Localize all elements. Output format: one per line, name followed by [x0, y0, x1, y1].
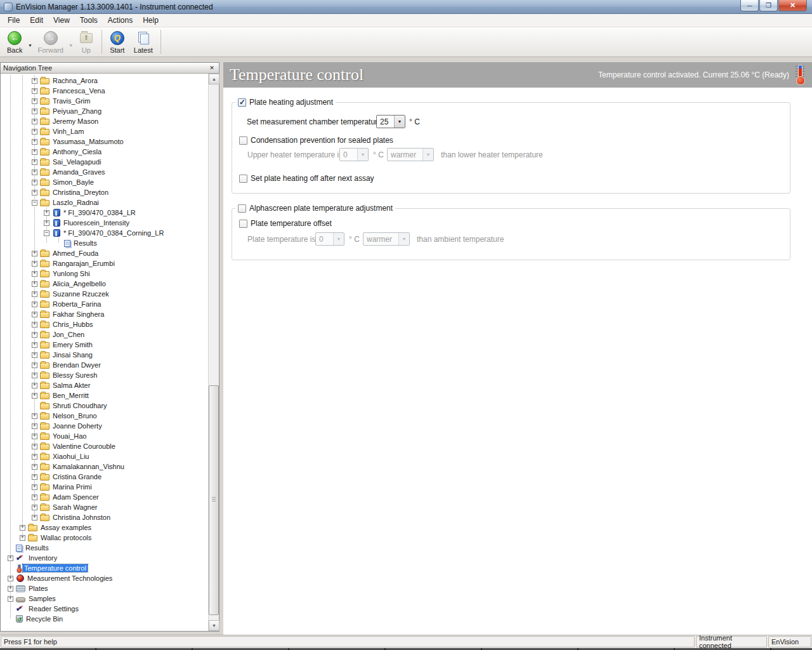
expand-toggle-icon[interactable] — [32, 109, 37, 114]
expand-toggle-icon[interactable] — [32, 159, 37, 165]
tree-item-travis-grim[interactable]: Travis_Grim — [1, 96, 208, 106]
tree-item-sai-velagapudi[interactable]: Sai_Velagapudi — [1, 157, 208, 167]
tree-item-rachna-arora[interactable]: Rachna_Arora — [1, 76, 208, 86]
expand-toggle-icon[interactable] — [32, 332, 37, 338]
tree-item-xiaohui-liu[interactable]: Xiaohui_Liu — [1, 451, 208, 461]
tree-item-wallac-protocols[interactable]: Wallac protocols — [1, 533, 208, 543]
tree-item-adam-spencer[interactable]: Adam Spencer — [1, 492, 208, 502]
tree-item-reader-settings[interactable]: Reader Settings — [1, 604, 208, 614]
expand-toggle-icon[interactable] — [32, 373, 37, 378]
close-button[interactable] — [778, 0, 807, 11]
expand-toggle-icon[interactable] — [8, 596, 13, 602]
minimize-button[interactable] — [740, 0, 759, 11]
menu-item-actions[interactable]: Actions — [103, 15, 138, 26]
plate-temperature-offset-checkbox[interactable] — [239, 220, 247, 228]
tree-item-yunlong-shi[interactable]: Yunlong Shi — [1, 269, 208, 279]
expand-toggle-icon[interactable] — [32, 139, 37, 145]
tree-item-recycle-bin[interactable]: Recycle Bin — [1, 614, 208, 624]
back-dropdown-caret[interactable] — [27, 27, 33, 56]
expand-toggle-icon[interactable] — [32, 169, 37, 175]
tree-item-temperature-control[interactable]: Temperature control — [1, 563, 208, 573]
tree-item-fi-390-470-0384-corning-lr[interactable]: * FI_390/470_0384_Corning_LR — [1, 228, 208, 238]
tree-item-shruti-choudhary[interactable]: Shruti Choudhary — [1, 401, 208, 411]
expand-toggle-icon[interactable] — [32, 312, 37, 317]
tree-item-inventory[interactable]: Inventory — [1, 553, 208, 563]
tree-item-plates[interactable]: Plates — [1, 583, 208, 594]
tree-item-yasumasa-matsumoto[interactable]: Yasumasa_Matsumoto — [1, 136, 208, 147]
tree-item-peiyuan-zhang[interactable]: Peiyuan_Zhang — [1, 106, 208, 116]
tree-item-jinsai-shang[interactable]: Jinsai Shang — [1, 350, 208, 360]
expand-toggle-icon[interactable] — [32, 149, 37, 155]
tree-item-laszlo-radnai[interactable]: Laszlo_Radnai — [1, 197, 208, 208]
tree-item-ben-merritt[interactable]: Ben_Merritt — [1, 390, 208, 401]
alphascreen-checkbox[interactable] — [238, 204, 246, 213]
menu-item-help[interactable]: Help — [138, 15, 164, 26]
expand-toggle-icon[interactable] — [32, 494, 37, 500]
tree-item-cristina-grande[interactable]: Cristina Grande — [1, 472, 208, 482]
tree-item-fi-390-470-0384-lr[interactable]: * FI_390/470_0384_LR — [1, 208, 208, 218]
expand-toggle-icon[interactable] — [32, 251, 37, 256]
tree-item-christina-dreyton[interactable]: Christina_Dreyton — [1, 187, 208, 197]
expand-toggle-icon[interactable] — [32, 281, 37, 287]
expand-toggle-icon[interactable] — [32, 505, 37, 510]
expand-toggle-icon[interactable] — [20, 525, 25, 531]
tree-item-roberta-farina[interactable]: Roberta_Farina — [1, 299, 208, 309]
tree-item-blessy-suresh[interactable]: Blessy Suresh — [1, 370, 208, 380]
menu-item-tools[interactable]: Tools — [75, 15, 103, 26]
expand-toggle-icon[interactable] — [32, 342, 37, 348]
expand-toggle-icon[interactable] — [32, 434, 37, 439]
plate-heating-checkbox[interactable] — [238, 98, 246, 107]
tree-item-fakhar-singhera[interactable]: Fakhar Singhera — [1, 309, 208, 319]
expand-toggle-icon[interactable] — [32, 362, 37, 368]
tree-item-suzanne-rzuczek[interactable]: Suzanne Rzuczek — [1, 289, 208, 299]
tree-item-francesca-vena[interactable]: Francesca_Vena — [1, 86, 208, 96]
tree-item-salma-akter[interactable]: Salma Akter — [1, 380, 208, 390]
plate-heating-off-checkbox[interactable] — [239, 175, 247, 183]
expand-toggle-icon[interactable] — [32, 352, 37, 358]
tree-item-samples[interactable]: Samples — [1, 594, 208, 604]
tree-item-emery-smith[interactable]: Emery Smith — [1, 340, 208, 350]
tree-item-valentine-courouble[interactable]: Valentine Courouble — [1, 441, 208, 451]
latest-button[interactable]: Latest — [129, 27, 157, 56]
tree-item-youai-hao[interactable]: Youai_Hao — [1, 431, 208, 441]
expand-toggle-icon[interactable] — [32, 454, 37, 460]
tree-item-results[interactable]: Results — [1, 238, 208, 248]
expand-toggle-icon[interactable] — [44, 220, 49, 226]
tree-item-assay-examples[interactable]: Assay examples — [1, 522, 208, 533]
expand-toggle-icon[interactable] — [20, 535, 25, 541]
tree-item-fluorescein-intensity[interactable]: Fluorescein_Intensity — [1, 218, 208, 228]
tree-item-anthony-ciesla[interactable]: Anthony_Ciesla — [1, 147, 208, 157]
expand-toggle-icon[interactable] — [32, 78, 37, 84]
tree-item-jeremy-mason[interactable]: Jeremy Mason — [1, 116, 208, 126]
tree-item-simon-bayle[interactable]: Simon_Bayle — [1, 177, 208, 187]
expand-toggle-icon[interactable] — [32, 302, 37, 307]
tree-item-amanda-graves[interactable]: Amanda_Graves — [1, 167, 208, 177]
expand-toggle-icon[interactable] — [32, 200, 37, 206]
expand-toggle-icon[interactable] — [32, 88, 37, 94]
tree-item-nelson-bruno[interactable]: Nelson_Bruno — [1, 411, 208, 421]
scroll-down-icon[interactable] — [209, 620, 219, 631]
scroll-up-icon[interactable] — [209, 74, 219, 84]
expand-toggle-icon[interactable] — [32, 423, 37, 429]
tree-item-brendan-dwyer[interactable]: Brendan Dwyer — [1, 360, 208, 370]
chamber-temperature-combobox[interactable]: 25 — [376, 115, 405, 128]
expand-toggle-icon[interactable] — [32, 261, 37, 267]
expand-toggle-icon[interactable] — [32, 190, 37, 196]
expand-toggle-icon[interactable] — [32, 413, 37, 419]
expand-toggle-icon[interactable] — [44, 210, 49, 216]
tree-item-rangarajan-erumbi[interactable]: Rangarajan_Erumbi — [1, 258, 208, 269]
tree-item-chris-hubbs[interactable]: Chris_Hubbs — [1, 319, 208, 329]
expand-toggle-icon[interactable] — [32, 464, 37, 470]
expand-toggle-icon[interactable] — [8, 555, 13, 561]
menu-item-view[interactable]: View — [48, 15, 75, 26]
expand-toggle-icon[interactable] — [32, 129, 37, 135]
expand-toggle-icon[interactable] — [32, 444, 37, 449]
navigation-close-icon[interactable] — [207, 64, 216, 72]
tree-item-christina-johnston[interactable]: Christina Johnston — [1, 512, 208, 522]
expand-toggle-icon[interactable] — [32, 474, 37, 480]
expand-toggle-icon[interactable] — [32, 98, 37, 104]
back-button[interactable]: Back — [3, 27, 27, 56]
expand-toggle-icon[interactable] — [32, 383, 37, 388]
tree-item-jon-chen[interactable]: Jon_Chen — [1, 329, 208, 340]
expand-toggle-icon[interactable] — [32, 393, 37, 399]
